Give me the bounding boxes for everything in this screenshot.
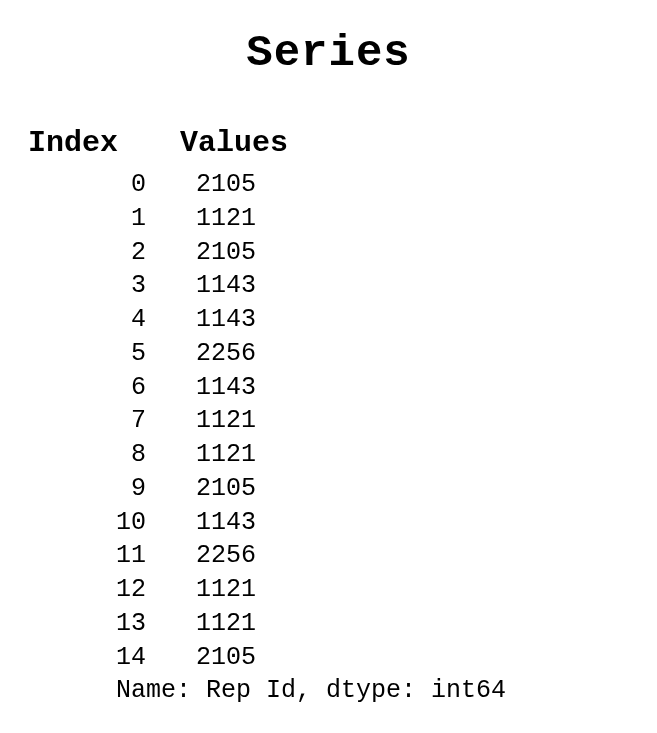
row-value: 1121 (146, 202, 256, 236)
table-row: 131121 (28, 607, 657, 641)
row-value: 2105 (146, 236, 256, 270)
table-row: 71121 (28, 404, 657, 438)
table-row: 101143 (28, 506, 657, 540)
series-footer: Name: Rep Id, dtype: int64 (28, 674, 657, 705)
row-value: 2256 (146, 337, 256, 371)
row-value: 1121 (146, 438, 256, 472)
table-row: 22105 (28, 236, 657, 270)
series-container: Series Index Values 02105111212210531143… (0, 0, 657, 705)
series-table: Index Values 021051112122105311434114352… (0, 126, 657, 705)
row-index: 11 (28, 539, 146, 573)
page-title: Series (0, 28, 657, 78)
row-value: 1143 (146, 269, 256, 303)
row-value: 1121 (146, 573, 256, 607)
table-headers: Index Values (28, 126, 657, 160)
row-index: 4 (28, 303, 146, 337)
row-index: 14 (28, 641, 146, 675)
row-value: 1143 (146, 371, 256, 405)
table-row: 61143 (28, 371, 657, 405)
header-index: Index (28, 126, 180, 160)
row-index: 1 (28, 202, 146, 236)
row-value: 1143 (146, 303, 256, 337)
row-value: 2105 (146, 472, 256, 506)
header-values: Values (180, 126, 288, 160)
row-value: 2105 (146, 641, 256, 675)
table-row: 81121 (28, 438, 657, 472)
table-row: 121121 (28, 573, 657, 607)
row-value: 2105 (146, 168, 256, 202)
row-index: 0 (28, 168, 146, 202)
table-row: 112256 (28, 539, 657, 573)
row-index: 10 (28, 506, 146, 540)
table-row: 31143 (28, 269, 657, 303)
row-index: 7 (28, 404, 146, 438)
row-index: 9 (28, 472, 146, 506)
table-row: 41143 (28, 303, 657, 337)
table-row: 92105 (28, 472, 657, 506)
table-row: 142105 (28, 641, 657, 675)
table-row: 02105 (28, 168, 657, 202)
table-body: 0210511121221053114341143522566114371121… (28, 168, 657, 674)
table-row: 11121 (28, 202, 657, 236)
row-value: 2256 (146, 539, 256, 573)
row-index: 2 (28, 236, 146, 270)
table-row: 52256 (28, 337, 657, 371)
row-value: 1121 (146, 404, 256, 438)
row-index: 3 (28, 269, 146, 303)
row-index: 12 (28, 573, 146, 607)
row-value: 1121 (146, 607, 256, 641)
row-index: 13 (28, 607, 146, 641)
row-value: 1143 (146, 506, 256, 540)
row-index: 5 (28, 337, 146, 371)
row-index: 8 (28, 438, 146, 472)
row-index: 6 (28, 371, 146, 405)
